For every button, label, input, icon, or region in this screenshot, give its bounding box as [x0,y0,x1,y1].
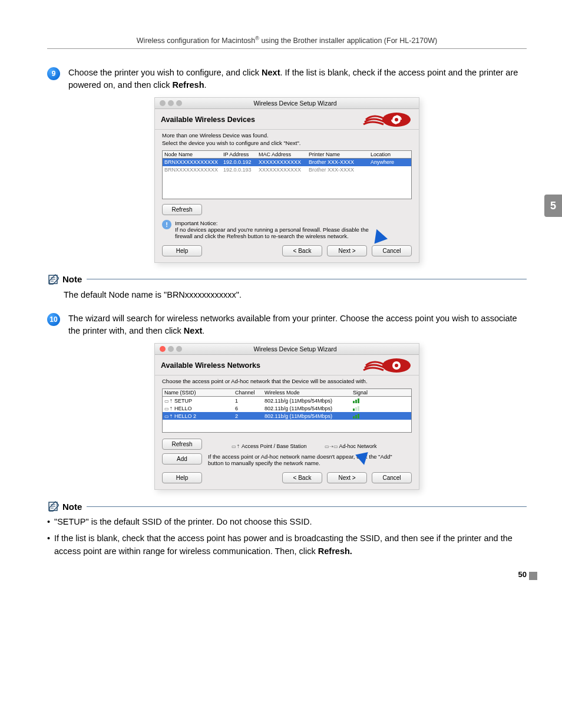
note-label: Note [62,274,82,284]
wifi-brand-icon [360,357,413,374]
intro2: Select the device you wish to configure … [162,140,412,147]
col-channel: Channel [235,390,265,396]
cell: ▭⇡SETUP [164,398,235,404]
header-before: Wireless configuration for Macintosh [137,37,255,45]
window-titlebar: Wireless Device Setup Wizard [155,98,419,109]
dialog-available-networks: Wireless Device Setup Wizard Available W… [154,343,419,490]
header-after: using the Brother installer application … [259,37,437,45]
step10-b: . [202,326,204,335]
step-number-10: 10 [47,313,60,326]
cell: 2 [235,413,265,419]
table-row[interactable]: ▭⇡HELLO 6 802.11b/g (11Mbps/54Mbps) [163,404,411,412]
step9-next: Next [262,68,280,77]
note-block-2: Note "SETUP" is the default SSID of the … [47,500,527,558]
notice-label: Important Notice: [175,220,412,226]
refresh-button[interactable]: Refresh [162,204,202,215]
legend-adhoc-text: Ad-hoc Network [339,443,377,449]
table-row[interactable]: BRNXXXXXXXXXXXX 192.0.0.193 XXXXXXXXXXXX… [163,166,411,174]
cell: Brother XXX-XXXX [309,159,371,165]
wifi-brand-icon [360,111,413,128]
col-ip: IP Address [223,151,259,157]
page-number: 50 [518,570,527,579]
step10-a: The wizard will search for wireless netw… [68,314,517,335]
cell: XXXXXXXXXXXX [259,167,309,173]
table-row[interactable]: ▭⇡SETUP 1 802.11b/g (11Mbps/54Mbps) [163,397,411,404]
add-button[interactable]: Add [162,453,202,465]
min-dot[interactable] [168,100,174,106]
bullet2a: If the list is blank, check that the acc… [54,533,513,556]
network-table[interactable]: ▭⇡SETUP 1 802.11b/g (11Mbps/54Mbps) ▭⇡HE… [162,396,412,433]
dialog-title: Available Wireless Devices [161,116,255,124]
cell: 192.0.0.193 [223,167,259,173]
step-number-9: 9 [47,67,60,80]
zoom-dot[interactable] [176,100,182,106]
note-icon [47,274,59,285]
important-notice: ! Important Notice: If no devices appear… [162,220,412,239]
signal-icon [353,398,388,403]
cell: Brother XXX-XXXX [309,167,371,173]
back-button[interactable]: < Back [282,472,322,483]
dialog-header: Available Wireless Networks [155,355,419,375]
svg-point-6 [395,364,398,367]
cell: 1 [235,398,265,404]
cell: 802.11b/g (11Mbps/54Mbps) [265,413,353,419]
note-bullet: "SETUP" is the default SSID of the print… [47,516,527,529]
next-button[interactable]: Next > [327,472,367,483]
cell: 6 [235,406,265,411]
cancel-button[interactable]: Cancel [372,472,412,483]
traffic-lights[interactable] [160,346,182,352]
ssid: HELLO [174,406,192,411]
ssid: SETUP [174,398,192,404]
table-row[interactable]: ▭⇡HELLO 2 2 802.11b/g (11Mbps/54Mbps) [163,412,411,420]
zoom-dot[interactable] [176,346,182,352]
dialog-intro: Choose the access point or Ad-hoc networ… [162,378,412,385]
back-button[interactable]: < Back [282,245,322,256]
note-label: Note [62,502,82,512]
dialog-available-devices: Wireless Device Setup Wizard Available W… [154,97,419,263]
window-titlebar: Wireless Device Setup Wizard [155,344,419,355]
traffic-lights[interactable] [160,100,182,106]
note-block-1: Note The default Node name is "BRNxxxxxx… [47,274,527,302]
min-dot[interactable] [168,346,174,352]
page-header: Wireless configuration for Macintosh® us… [47,35,527,45]
ap-icon: ▭⇡ [164,406,173,411]
help-button[interactable]: Help [162,472,202,483]
note-rule [87,279,527,279]
window-title: Wireless Device Setup Wizard [229,345,414,353]
step-10-text: The wizard will search for wireless netw… [68,312,527,337]
close-dot[interactable] [160,346,166,352]
step9-refresh: Refresh [173,80,204,90]
device-table[interactable]: BRNXXXXXXXXXXXX 192.0.0.192 XXXXXXXXXXXX… [162,158,412,199]
close-dot[interactable] [160,100,166,106]
col-printer: Printer Name [309,151,371,157]
cell: 192.0.0.192 [223,159,259,165]
device-table-header: Node Name IP Address MAC Address Printer… [162,150,412,158]
step9-c: . [204,80,207,90]
dialog-title: Available Wireless Networks [161,361,260,370]
note-bullet: If the list is blank, check that the acc… [47,532,527,558]
step-9: 9 Choose the printer you wish to configu… [47,67,527,91]
ap-icon: ▭⇡ [164,414,173,419]
bullet2b: Refresh. [318,546,352,556]
ssid: HELLO 2 [174,413,196,419]
cell: 802.11b/g (11Mbps/54Mbps) [265,406,353,411]
header-sup: ® [255,35,259,41]
table-row[interactable]: BRNXXXXXXXXXXXX 192.0.0.192 XXXXXXXXXXXX… [163,159,411,166]
help-button[interactable]: Help [162,245,202,256]
header-divider [47,48,527,49]
next-button[interactable]: Next > [327,245,367,256]
note-rule [87,506,527,507]
cell: Anywhere [371,159,406,165]
step-10: 10 The wizard will search for wireless n… [47,312,527,337]
cancel-button[interactable]: Cancel [372,245,412,256]
refresh-button[interactable]: Refresh [162,439,202,450]
cell: BRNXXXXXXXXXXXX [164,159,223,165]
ap-icon: ▭⇡ [232,444,240,449]
col-mode: Wireless Mode [265,390,353,396]
window-title: Wireless Device Setup Wizard [229,100,414,107]
note-body: The default Node name is "BRNxxxxxxxxxxx… [47,285,527,302]
cell: 802.11b/g (11Mbps/54Mbps) [265,398,353,404]
cell: XXXXXXXXXXXX [259,159,309,165]
ap-icon: ▭⇡ [164,398,173,404]
col-mac: MAC Address [259,151,309,157]
